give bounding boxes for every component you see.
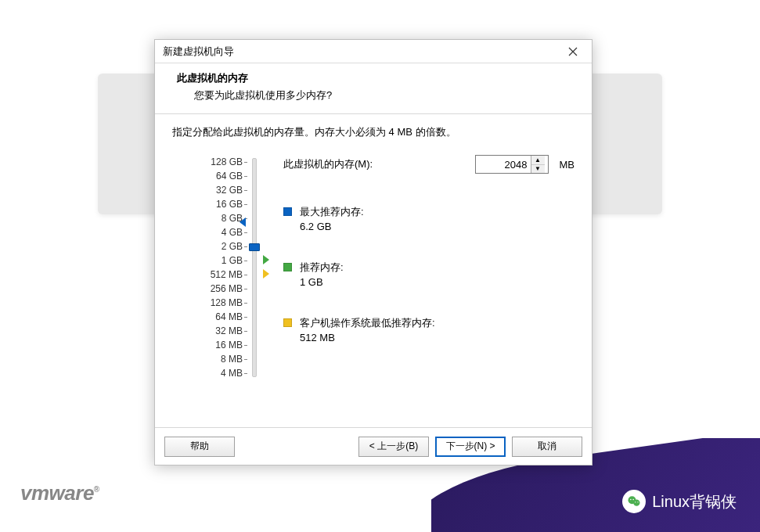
scale-tick: 16 MB: [215, 338, 243, 352]
legend-recommended: 推荐内存: 1 GB: [283, 261, 575, 288]
header-title: 此虚拟机的内存: [177, 71, 579, 85]
max-marker-icon: [240, 217, 246, 227]
legend-max-value: 6.2 GB: [300, 221, 364, 232]
svg-point-4: [635, 501, 636, 502]
wizard-button-row: 帮助 < 上一步(B) 下一步(N) > 取消: [155, 427, 592, 465]
memory-label: 此虚拟机的内存(M):: [283, 157, 467, 171]
header-subtitle: 您要为此虚拟机使用多少内存?: [194, 88, 579, 102]
scale-tick: 16 GB: [216, 197, 243, 211]
back-button[interactable]: < 上一步(B): [358, 437, 429, 457]
svg-point-2: [630, 499, 632, 501]
scale-tick: 32 GB: [216, 183, 243, 197]
memory-input-row: 此虚拟机的内存(M): ▲ ▼ MB: [283, 155, 575, 174]
cancel-button[interactable]: 取消: [512, 437, 582, 457]
recommended-marker-icon: [263, 255, 269, 264]
scale-tick: 512 MB: [211, 268, 243, 282]
scale-tick: 256 MB: [211, 282, 243, 296]
minimum-marker-icon: [263, 269, 269, 279]
legend-min-value: 512 MB: [300, 332, 435, 343]
yellow-square-icon: [283, 318, 292, 327]
legend-rec-value: 1 GB: [300, 276, 344, 288]
spin-up-button[interactable]: ▲: [531, 156, 545, 165]
memory-spinner[interactable]: ▲ ▼: [475, 155, 549, 174]
wechat-label: Linux背锅侠: [652, 491, 737, 512]
instruction-text: 指定分配给此虚拟机的内存量。内存大小必须为 4 MB 的倍数。: [172, 125, 575, 139]
scale-tick: 4 GB: [222, 225, 243, 239]
scale-tick: 2 GB: [222, 239, 243, 253]
svg-point-3: [633, 499, 635, 501]
new-vm-wizard-dialog: 新建虚拟机向导 此虚拟机的内存 您要为此虚拟机使用多少内存? 指定分配给此虚拟机…: [154, 39, 593, 466]
legend-max-label: 最大推荐内存:: [300, 205, 364, 219]
scale-tick: 8 MB: [221, 352, 243, 366]
svg-point-1: [633, 500, 639, 506]
scale-tick: 64 GB: [216, 169, 243, 183]
memory-info-column: 此虚拟机的内存(M): ▲ ▼ MB 最大推荐内存: 6.2 GB: [260, 155, 575, 380]
close-icon: [568, 47, 578, 56]
scale-tick: 128 MB: [211, 296, 243, 310]
legend-min-label: 客户机操作系统最低推荐内存:: [300, 316, 435, 330]
memory-scale-labels: 128 GB 64 GB 32 GB 16 GB 8 GB 4 GB 2 GB …: [172, 155, 243, 380]
next-button[interactable]: 下一步(N) >: [435, 437, 506, 457]
wechat-badge: Linux背锅侠: [622, 490, 737, 513]
scale-tick: 1 GB: [222, 253, 243, 268]
legend-minimum: 客户机操作系统最低推荐内存: 512 MB: [283, 316, 575, 343]
svg-point-5: [638, 501, 639, 502]
wizard-header: 此虚拟机的内存 您要为此虚拟机使用多少内存?: [155, 63, 592, 114]
wizard-content: 指定分配给此虚拟机的内存量。内存大小必须为 4 MB 的倍数。 128 GB 6…: [155, 114, 592, 427]
green-square-icon: [283, 263, 292, 271]
close-button[interactable]: [557, 41, 589, 63]
slider-track: [252, 158, 257, 377]
scale-tick: 128 GB: [211, 155, 243, 169]
titlebar: 新建虚拟机向导: [155, 40, 592, 63]
spin-down-button[interactable]: ▼: [531, 165, 545, 174]
legend-rec-label: 推荐内存:: [300, 261, 344, 275]
memory-slider[interactable]: [249, 155, 260, 380]
slider-thumb[interactable]: [249, 243, 260, 251]
memory-unit: MB: [560, 159, 575, 171]
wechat-icon: [622, 490, 646, 513]
legend-max: 最大推荐内存: 6.2 GB: [283, 205, 575, 232]
memory-input[interactable]: [476, 156, 531, 173]
scale-tick: 4 MB: [221, 366, 243, 380]
spinner-buttons: ▲ ▼: [531, 156, 545, 173]
blue-square-icon: [283, 207, 292, 216]
scale-tick: 32 MB: [215, 324, 243, 338]
help-button[interactable]: 帮助: [164, 437, 235, 457]
vmware-logo: vmware®: [20, 481, 99, 505]
window-title: 新建虚拟机向导: [163, 45, 234, 59]
scale-tick: 64 MB: [215, 310, 243, 324]
